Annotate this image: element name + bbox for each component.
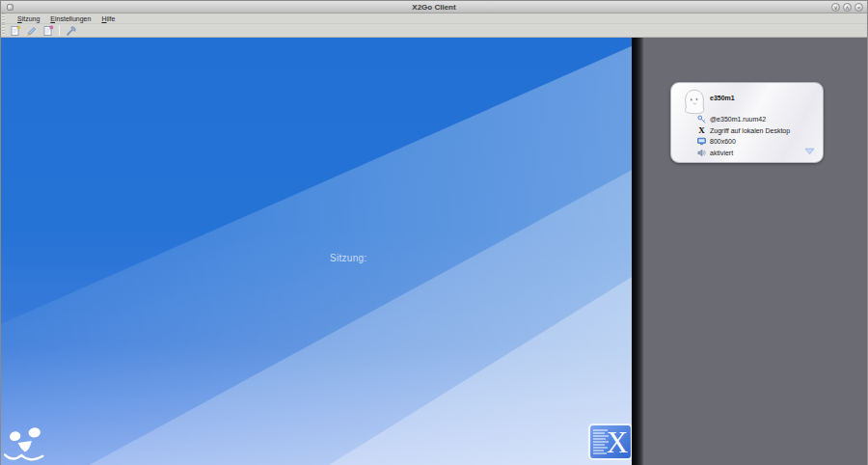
session-sound-status: aktiviert bbox=[710, 150, 733, 156]
session-resolution: 800x600 bbox=[710, 138, 736, 145]
maximize-button[interactable]: ∧ bbox=[843, 3, 852, 12]
session-details: @e350m1.ruum42 X Zugriff auf lokalen Des… bbox=[697, 115, 790, 157]
window-title: X2Go Client bbox=[1, 1, 867, 14]
svg-text:X: X bbox=[607, 425, 628, 459]
toolbar-grip[interactable] bbox=[2, 24, 5, 35]
edit-session-button[interactable] bbox=[23, 24, 40, 37]
session-management-icon bbox=[42, 25, 54, 37]
menu-einstellungen[interactable]: Einstellungen bbox=[50, 14, 91, 24]
session-canvas: Sitzung: bbox=[1, 38, 632, 465]
display-icon bbox=[697, 137, 706, 146]
key-icon bbox=[697, 115, 706, 123]
session-management-button[interactable] bbox=[40, 24, 56, 37]
session-host-row: @e350m1.ruum42 bbox=[697, 115, 790, 123]
toolbar-separator bbox=[59, 25, 60, 36]
mascot-face-icon bbox=[3, 420, 55, 462]
session-name: e350m1 bbox=[710, 95, 735, 101]
session-type-row: X Zugriff auf lokalen Desktop bbox=[697, 126, 790, 135]
session-sound-row: aktiviert bbox=[697, 149, 790, 157]
menu-hilfe[interactable]: Hilfe bbox=[101, 14, 115, 24]
menu-sitzung[interactable]: Sitzung bbox=[17, 14, 40, 24]
toolbar bbox=[1, 24, 867, 38]
x-server-icon: X bbox=[697, 126, 706, 135]
new-session-button[interactable] bbox=[7, 24, 23, 37]
edit-session-icon bbox=[26, 25, 38, 37]
settings-button[interactable] bbox=[63, 24, 79, 37]
minimize-button[interactable]: ∨ bbox=[831, 3, 840, 12]
menubar: Sitzung Einstellungen Hilfe bbox=[1, 14, 867, 24]
window-controls: ∨ ∧ × bbox=[831, 3, 863, 12]
titlebar: X2Go Client ∨ ∧ × bbox=[1, 1, 867, 14]
session-card[interactable]: e350m1 @e350m1.ruum42 X bbox=[670, 82, 824, 163]
new-session-icon bbox=[10, 25, 21, 37]
sound-icon bbox=[697, 149, 706, 157]
x2go-client-window: X2Go Client ∨ ∧ × Sitzung Einstellungen … bbox=[0, 0, 868, 465]
session-mascot-icon bbox=[679, 88, 710, 116]
settings-wrench-icon bbox=[66, 25, 77, 37]
main-area: Sitzung: bbox=[1, 38, 867, 465]
chevron-down-icon[interactable] bbox=[804, 148, 815, 155]
session-type: Zugriff auf lokalen Desktop bbox=[710, 127, 790, 134]
session-host: @e350m1.ruum42 bbox=[710, 116, 766, 123]
session-resolution-row: 800x600 bbox=[697, 137, 790, 146]
session-list-panel: e350m1 @e350m1.ruum42 X bbox=[643, 38, 867, 465]
menubar-grip[interactable] bbox=[2, 14, 5, 23]
xorg-logo-icon: X bbox=[587, 423, 632, 461]
session-label: Sitzung: bbox=[330, 253, 367, 263]
pane-divider[interactable] bbox=[632, 38, 643, 465]
close-button[interactable]: × bbox=[854, 3, 863, 12]
